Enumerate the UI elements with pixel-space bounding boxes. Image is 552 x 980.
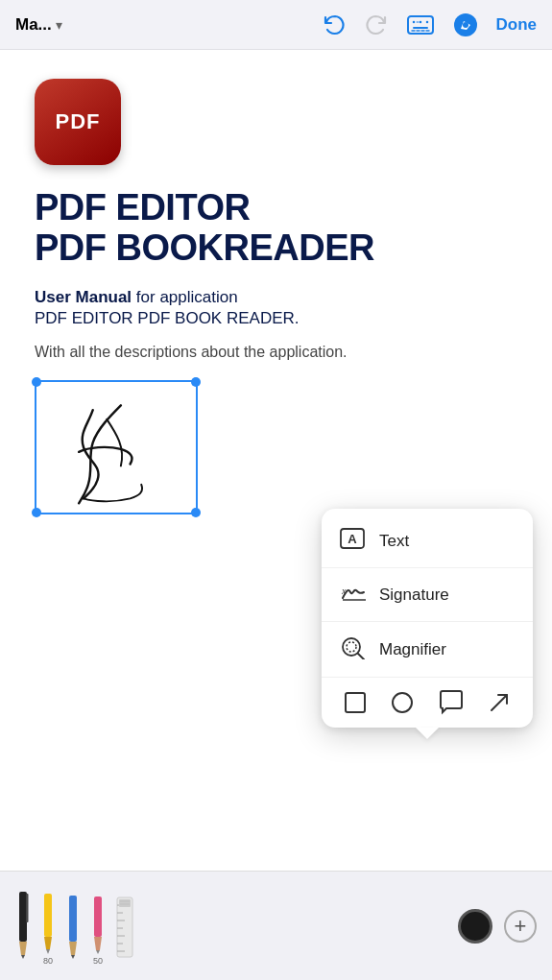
ruler-icon [115,896,134,959]
subtitle-line2: PDF EDITOR PDF BOOK READER. [35,309,517,328]
svg-rect-16 [346,693,365,712]
tool-pen-yellow[interactable]: 80 [40,887,56,966]
title-area: Ma... ▾ [15,15,62,35]
tool-pink-number: 50 [93,956,103,966]
svg-rect-19 [19,892,27,942]
svg-marker-30 [94,937,102,950]
svg-point-8 [463,22,468,28]
popup-item-magnifier[interactable]: Magnifier [322,622,533,678]
svg-marker-21 [21,955,25,959]
svg-marker-20 [19,942,27,955]
toolbar-right: + [458,909,537,944]
pen-blue-icon [65,894,81,959]
subtitle-normal: for application [132,288,238,306]
svg-marker-25 [46,949,50,954]
heading-line1: PDF EDITOR [35,188,517,228]
subtitle-block: User Manual for application PDF EDITOR P… [35,288,517,328]
tool-pen-pink[interactable]: 50 [90,887,106,966]
svg-marker-28 [71,955,75,959]
popup-item-text[interactable]: A Text [322,514,533,568]
popup-item-signature[interactable]: x Signature [322,568,533,622]
svg-marker-24 [44,937,52,949]
heading-line2: PDF BOOKREADER [35,228,517,269]
svg-rect-23 [44,894,52,937]
shape-bubble-icon[interactable] [437,689,466,716]
svg-text:A: A [348,532,357,546]
tool-yellow-number: 80 [43,956,53,966]
top-navigation-bar: Ma... ▾ Done [0,0,552,50]
svg-point-14 [347,642,356,652]
subtitle-line1: User Manual for application [35,288,517,307]
svg-rect-26 [69,896,77,942]
signature-box[interactable] [35,380,198,514]
pen-pink-icon [90,895,106,954]
main-heading: PDF EDITOR PDF BOOKREADER [35,188,517,269]
signature-icon: x [339,581,366,609]
chevron-down-icon[interactable]: ▾ [56,17,62,33]
app-icon: PDF [35,79,121,165]
text-icon: A [339,527,366,555]
svg-marker-31 [96,950,100,954]
redo-icon[interactable] [364,12,389,37]
shape-arrow-icon[interactable] [486,689,513,716]
tool-pen-black[interactable] [15,892,31,961]
undo-icon[interactable] [322,12,347,37]
signature-container[interactable] [35,380,198,514]
color-picker-button[interactable] [458,909,492,944]
popup-arrow [416,728,439,739]
svg-marker-27 [69,942,77,955]
svg-line-15 [358,654,364,659]
svg-point-17 [393,693,412,712]
popup-signature-label: Signature [379,586,449,605]
popup-menu: A Text x Signature Magnifier [322,509,533,728]
app-icon-text: PDF [56,109,101,134]
shape-circle-icon[interactable] [389,689,416,716]
svg-text:x: x [341,586,347,596]
bottom-toolbar: 80 50 [0,871,552,980]
done-button[interactable]: Done [496,15,538,35]
pen-black-icon [15,890,31,959]
signature-drawing [36,382,196,513]
svg-line-18 [492,695,507,710]
popup-magnifier-label: Magnifier [379,640,446,659]
subtitle-bold: User Manual [35,288,132,306]
description-text: With all the descriptions about the appl… [35,344,517,361]
popup-text-label: Text [379,532,409,551]
svg-rect-22 [26,894,29,922]
svg-rect-29 [94,896,102,937]
document-title: Ma... [15,15,52,35]
svg-rect-40 [119,899,131,907]
tool-pen-blue[interactable] [65,892,81,961]
magnifier-icon [339,634,366,664]
shape-square-icon[interactable] [342,689,369,716]
toolbar-icons: Done [322,12,538,38]
add-tool-button[interactable]: + [504,910,537,943]
pen-yellow-icon [40,892,56,954]
main-content: PDF PDF EDITOR PDF BOOKREADER User Manua… [0,50,552,871]
tool-ruler[interactable] [115,892,134,961]
marker-icon[interactable] [452,12,479,38]
keyboard-icon[interactable] [406,12,435,37]
popup-shapes-row [322,678,533,728]
